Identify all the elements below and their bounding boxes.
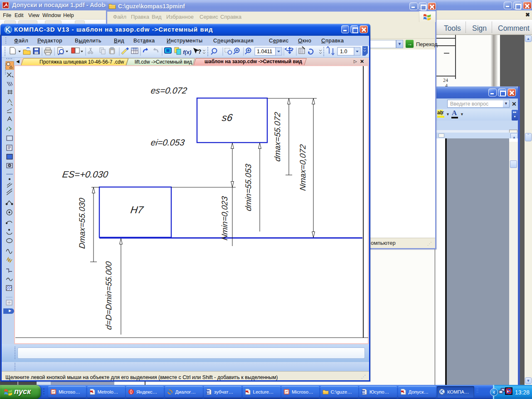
svg-text:Nmax=0,072: Nmax=0,072 <box>298 144 307 191</box>
svg-text:ei=0.053: ei=0.053 <box>150 138 185 147</box>
svg-text:1.0: 1.0 <box>340 49 347 54</box>
svg-text:ES=+0.030: ES=+0.030 <box>62 169 109 180</box>
svg-text:H7: H7 <box>130 204 145 215</box>
svg-text:s6: s6 <box>221 112 234 123</box>
svg-text:es=0.072: es=0.072 <box>150 86 187 95</box>
svg-text:1.0411: 1.0411 <box>257 49 272 54</box>
svg-text:W: W <box>207 390 210 394</box>
svg-text:Nmin=0,023: Nmin=0,023 <box>220 196 229 241</box>
svg-text:Dmax=55.030: Dmax=55.030 <box>77 197 86 249</box>
svg-text:dmax=55.072: dmax=55.072 <box>273 111 282 162</box>
svg-text:dmin=55.053: dmin=55.053 <box>244 163 253 212</box>
svg-text:d=D=Dmin=55.000: d=D=Dmin=55.000 <box>104 261 113 330</box>
svg-text:W: W <box>362 390 365 394</box>
svg-text:?: ? <box>198 48 202 55</box>
svg-text:f(x): f(x) <box>183 49 191 55</box>
